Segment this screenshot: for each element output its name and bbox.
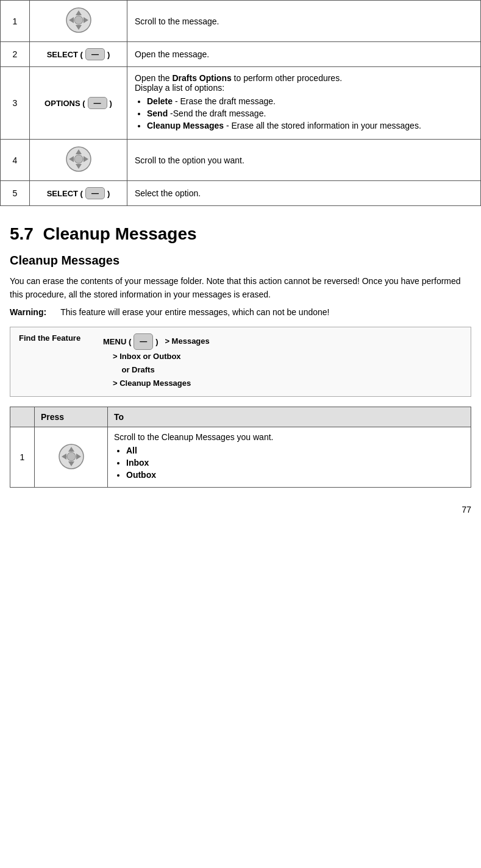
col-empty	[10, 407, 35, 427]
warning-text: This feature will erase your entire mess…	[60, 307, 329, 317]
list-item: Send -Send the draft message.	[147, 108, 473, 118]
subsection-title: Cleanup Messages	[10, 254, 471, 268]
list-intro: Display a list of options:	[135, 83, 224, 93]
step-number: 1	[10, 427, 35, 488]
table-row: 4 Scroll to the option you want.	[1, 140, 481, 181]
table-row: 5 SELECT ( — ) Select the option.	[1, 181, 481, 206]
subsection-body: You can erase the contents of your messa…	[10, 275, 471, 301]
action-cell: Scroll to the Cleanup Messages you want.…	[108, 427, 471, 488]
find-feature-label: Find the Feature	[19, 333, 98, 343]
inbox-outbox-path: > Inbox or Outbox or Drafts	[103, 350, 210, 377]
table-row: 2 SELECT ( — ) Open the message.	[1, 42, 481, 67]
step-number: 5	[1, 181, 30, 206]
cleanup-options-list: All Inbox Outbox	[114, 446, 465, 480]
list-item: Cleanup Messages - Erase all the stored …	[147, 121, 473, 130]
list-item: All	[126, 446, 465, 455]
press-cell	[35, 427, 108, 488]
action-cell: Open the message.	[127, 42, 481, 67]
top-instruction-table: 1 Scroll to the message. 2 SELECT (	[0, 0, 481, 206]
options-text: OPTIONS (	[45, 99, 85, 108]
press-cell: SELECT ( — )	[30, 181, 127, 206]
action-cell: Select the option.	[127, 181, 481, 206]
action-cell: Scroll to the option you want.	[127, 140, 481, 181]
dpad-icon	[65, 7, 92, 34]
table-header-row: Press To	[10, 407, 471, 427]
cleanup-scroll-text: Scroll to the Cleanup Messages you want.	[114, 432, 273, 442]
menu-label: MENU ( — )	[103, 333, 159, 349]
svg-point-11	[74, 155, 83, 163]
step-number: 3	[1, 67, 30, 140]
list-item: Inbox	[126, 458, 465, 468]
dpad-icon	[65, 146, 92, 173]
options-button-label: OPTIONS ( — )	[45, 97, 112, 109]
select-button-label: SELECT ( — )	[47, 48, 110, 60]
select-key-icon: —	[85, 187, 105, 199]
page-number: 77	[0, 500, 481, 519]
table-row: 3 OPTIONS ( — ) Open the Drafts Options …	[1, 67, 481, 140]
warning-label: Warning:	[10, 307, 46, 317]
menu-path-line: MENU ( — ) > Messages	[103, 333, 210, 349]
step-number: 2	[1, 42, 30, 67]
table-row: 1 Scroll to the message.	[1, 1, 481, 42]
options-list: Delete - Erase the draft message. Send -…	[135, 96, 473, 130]
find-feature-box: Find the Feature MENU ( — ) > Messages >…	[10, 327, 471, 397]
table-row: 1 Scroll to the Cleanup Messages you wan…	[10, 427, 471, 488]
messages-path: > Messages	[165, 337, 209, 346]
drafts-options-intro: Open the Drafts Options to perform other…	[135, 73, 342, 83]
cleanup-text: > Cleanup Messages	[113, 379, 191, 388]
find-feature-path: MENU ( — ) > Messages > Inbox or Outbox …	[103, 333, 210, 390]
find-feature-row: Find the Feature MENU ( — ) > Messages >…	[19, 333, 462, 390]
select-text: SELECT (	[47, 50, 83, 59]
press-cell: SELECT ( — )	[30, 42, 127, 67]
col-press-header: Press	[35, 407, 108, 427]
select-text: SELECT (	[47, 189, 83, 198]
dpad-icon	[58, 443, 85, 470]
drafts-options-bold: Drafts Options	[173, 73, 232, 83]
list-item: Outbox	[126, 470, 465, 480]
svg-point-5	[74, 16, 83, 24]
press-cell	[30, 140, 127, 181]
inbox-outbox-text: > Inbox or Outbox or Drafts	[113, 352, 181, 374]
action-cell: Scroll to the message.	[127, 1, 481, 42]
subsection-block: Cleanup Messages You can erase the conte…	[10, 254, 471, 488]
warning-line: Warning: This feature will erase your en…	[10, 307, 471, 317]
section-heading: 5.7 Cleanup Messages	[10, 224, 481, 244]
select-text-close: )	[107, 50, 110, 59]
list-item: Delete - Erase the draft message.	[147, 96, 473, 106]
step-number: 1	[1, 1, 30, 42]
section-number-text: 5.7	[10, 224, 34, 243]
select-text-close: )	[107, 189, 110, 198]
select-button-label: SELECT ( — )	[47, 187, 110, 199]
col-to-header: To	[108, 407, 471, 427]
press-cell	[30, 1, 127, 42]
steps-table: Press To 1 Scroll to th	[10, 407, 471, 488]
step-number: 4	[1, 140, 30, 181]
section-title-text: Cleanup Messages	[43, 224, 197, 243]
options-key-icon: —	[88, 97, 107, 109]
select-key-icon: —	[85, 48, 105, 60]
menu-key-icon: —	[134, 333, 153, 349]
options-text-close: )	[110, 99, 112, 108]
cleanup-path: > Cleanup Messages	[103, 377, 210, 390]
menu-text: MENU (	[103, 335, 131, 349]
svg-point-17	[67, 452, 76, 461]
press-cell: OPTIONS ( — )	[30, 67, 127, 140]
action-cell-3: Open the Drafts Options to perform other…	[127, 67, 481, 140]
menu-close: )	[155, 335, 158, 349]
